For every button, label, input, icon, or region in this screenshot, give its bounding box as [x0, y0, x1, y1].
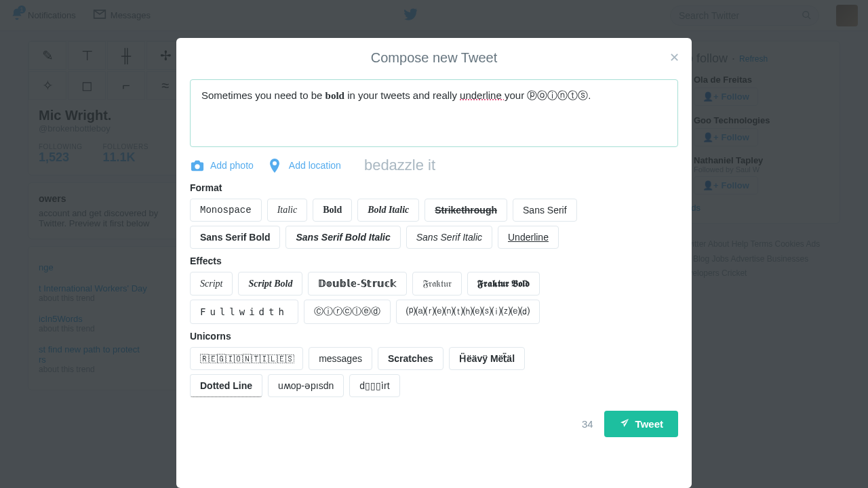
- effects-section-label: Effects: [190, 256, 678, 266]
- format-sansitalic-button[interactable]: Sans Serif Italic: [406, 226, 492, 249]
- format-monospace-button[interactable]: Monospace: [190, 199, 262, 222]
- camera-icon: [190, 159, 205, 172]
- effect-fullwidth-button[interactable]: Fullwidth: [190, 300, 298, 324]
- format-sansbolditalic-button[interactable]: Sans Serif Bold Italic: [285, 226, 400, 249]
- unicorn-scratches-button[interactable]: Scratches: [378, 347, 443, 370]
- format-strikethrough-button[interactable]: Strikethrough: [425, 199, 507, 222]
- effect-circled-button[interactable]: Ⓒⓘⓡⓒⓛⓔⓓ: [304, 300, 391, 324]
- add-location-button[interactable]: Add location: [269, 159, 341, 172]
- format-bold-button[interactable]: Bold: [313, 199, 352, 222]
- unicorn-upsidedown-button[interactable]: uʍop-ǝpısdn: [268, 374, 344, 397]
- quill-icon: [619, 418, 630, 430]
- effect-fraktur-button[interactable]: 𝔉𝔯𝔞𝔨𝔱𝔲𝔯: [412, 272, 462, 296]
- compose-modal: Compose new Tweet ✕ Sometimes you need t…: [176, 38, 692, 488]
- format-bolditalic-button[interactable]: Bold Italic: [357, 199, 419, 222]
- modal-title: Compose new Tweet: [176, 50, 692, 66]
- unicorn-messages-button[interactable]: m͏e͏s͏s͏a͏g͏e͏s͏: [309, 347, 372, 370]
- format-sansbold-button[interactable]: Sans Serif Bold: [190, 226, 280, 249]
- effect-doublestruck-button[interactable]: 𝔻𝕠𝕦𝕓𝕝𝕖-𝕊𝕥𝕣𝕦𝕔𝕜: [308, 272, 406, 296]
- modal-overlay: Compose new Tweet ✕ Sometimes you need t…: [0, 0, 868, 488]
- close-icon[interactable]: ✕: [669, 50, 679, 65]
- format-section-label: Format: [190, 182, 678, 193]
- effect-script-button[interactable]: Script: [190, 272, 233, 296]
- format-underline-button[interactable]: Underline: [498, 226, 559, 249]
- add-photo-button[interactable]: Add photo: [190, 159, 254, 172]
- tweet-button[interactable]: Tweet: [604, 411, 678, 437]
- char-count: 34: [582, 418, 593, 430]
- unicorn-regiontiles-button[interactable]: 🇷 🇪 🇬 🇮 🇴 🇳 🇹 🇮 🇱 🇪 🇸: [190, 347, 303, 370]
- bedazzle-label: bedazzle it: [364, 157, 435, 174]
- effect-frakturbold-button[interactable]: 𝕱𝖗𝖆𝖐𝖙𝖚𝖗 𝕭𝖔𝖑𝖉: [467, 272, 540, 296]
- unicorns-section-label: Unicorns: [190, 331, 678, 342]
- effect-scriptbold-button[interactable]: Script Bold: [238, 272, 302, 296]
- compose-textarea[interactable]: Sometimes you need to be bold in your tw…: [190, 79, 678, 147]
- unicorn-heavymetal-button[interactable]: Ḧëävÿ Mëẗäl: [449, 347, 525, 370]
- effect-parenthesized-button[interactable]: ⒫⒜⒭⒠⒩⒯⒣⒠⒮⒤⒵⒠⒟: [396, 300, 540, 324]
- format-sansserif-button[interactable]: Sans Serif: [513, 199, 577, 222]
- format-italic-button[interactable]: Italic: [267, 199, 308, 222]
- location-pin-icon: [269, 159, 283, 172]
- unicorn-dirt-button[interactable]: d▯▯▯i̇r͏t: [349, 374, 399, 397]
- unicorn-dottedline-button[interactable]: Dotted Line: [190, 374, 262, 397]
